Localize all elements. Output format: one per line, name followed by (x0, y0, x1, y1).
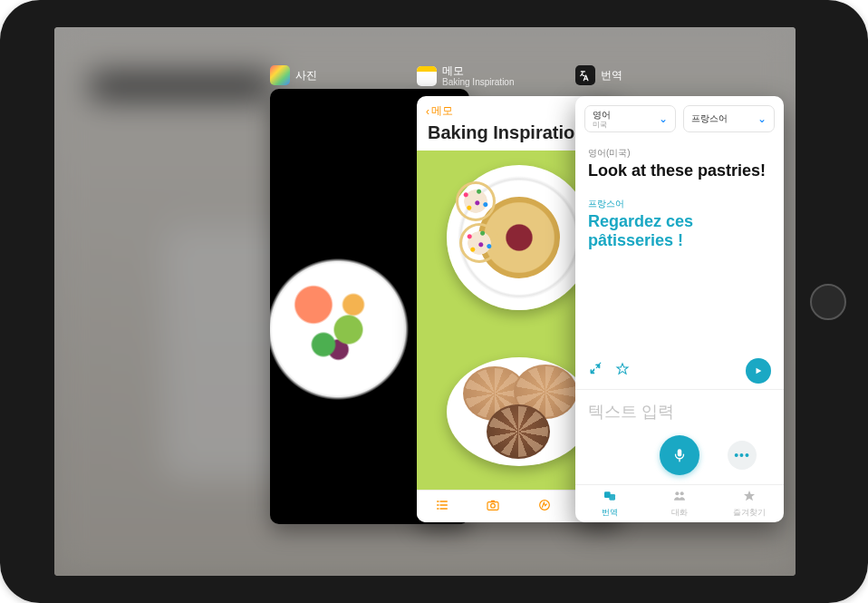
svg-rect-6 (610, 494, 616, 501)
chevron-down-icon: ⌄ (659, 112, 668, 125)
language-selector-row: 영어 미국 ⌄ 프랑스어 ⌄ (575, 96, 784, 141)
svg-point-7 (675, 491, 679, 495)
svg-point-1 (491, 503, 496, 508)
source-lang-region: 미국 (593, 122, 611, 129)
tab-translate[interactable]: 번역 (575, 485, 645, 522)
notes-app-subtitle: Baking Inspiration (442, 77, 515, 87)
photos-app-name: 사진 (295, 68, 317, 83)
app-label-photos: 사진 (270, 65, 317, 85)
tab-conversation[interactable]: 대화 (645, 485, 715, 522)
translate-tab-icon (603, 489, 617, 506)
more-button[interactable]: ••• (728, 441, 757, 470)
translation-body: 영어(미국) Look at these pastries! 프랑스어 Rega… (575, 141, 784, 349)
photo-content (270, 252, 415, 406)
chevron-down-icon: ⌄ (757, 112, 767, 125)
translate-app-name: 번역 (601, 68, 622, 83)
tab-translate-label: 번역 (602, 507, 618, 519)
translate-app-icon (575, 65, 595, 85)
notes-app-name: 메모 (442, 65, 515, 77)
source-language-selector[interactable]: 영어 미국 ⌄ (584, 105, 676, 132)
screen: 사진 메모 Baking Inspiration 번역 (54, 27, 796, 576)
checklist-icon[interactable] (435, 498, 449, 516)
camera-icon[interactable] (486, 498, 500, 516)
target-language-label: 프랑스어 (588, 198, 771, 210)
favorites-tab-icon (742, 489, 757, 506)
translation-actions (575, 349, 784, 389)
play-audio-button[interactable] (746, 358, 771, 384)
app-card-translate[interactable]: 영어 미국 ⌄ 프랑스어 ⌄ 영어(미국) Look at these p (575, 96, 784, 522)
target-text: Regardez ces pâtisseries ! (588, 212, 771, 251)
target-lang-name: 프랑스어 (691, 113, 728, 123)
conversation-tab-icon (672, 489, 687, 506)
microphone-button[interactable] (660, 435, 699, 475)
text-input-placeholder: 텍스트 입력 (588, 401, 771, 423)
source-lang-name: 영어 (593, 110, 611, 120)
photos-app-icon (270, 65, 290, 85)
expand-icon[interactable] (588, 362, 603, 380)
home-button[interactable] (810, 284, 846, 320)
tab-favorites[interactable]: 즐겨찾기 (714, 485, 784, 522)
svg-rect-4 (678, 449, 682, 456)
source-language-label: 영어(미국) (588, 147, 771, 160)
text-input-area[interactable]: 텍스트 입력 ••• (575, 389, 784, 484)
app-label-translate: 번역 (575, 65, 622, 85)
ipad-device-frame: 사진 메모 Baking Inspiration 번역 (0, 0, 868, 603)
chevron-left-icon: ‹ (426, 105, 429, 118)
translate-tab-bar: 번역 대화 즐겨찾기 (575, 484, 784, 522)
app-label-notes: 메모 Baking Inspiration (417, 65, 515, 87)
notes-back-button[interactable]: ‹ 메모 (426, 103, 453, 119)
tab-conversation-label: 대화 (671, 507, 688, 519)
notes-app-icon (417, 66, 437, 86)
source-text[interactable]: Look at these pastries! (588, 161, 771, 181)
tab-favorites-label: 즐겨찾기 (733, 507, 766, 519)
notes-back-label: 메모 (431, 103, 453, 119)
target-language-selector[interactable]: 프랑스어 ⌄ (683, 105, 775, 132)
app-switcher[interactable]: 사진 메모 Baking Inspiration 번역 (54, 27, 796, 576)
markup-icon[interactable] (537, 498, 552, 516)
favorite-icon[interactable] (615, 362, 630, 380)
svg-point-8 (680, 491, 684, 495)
